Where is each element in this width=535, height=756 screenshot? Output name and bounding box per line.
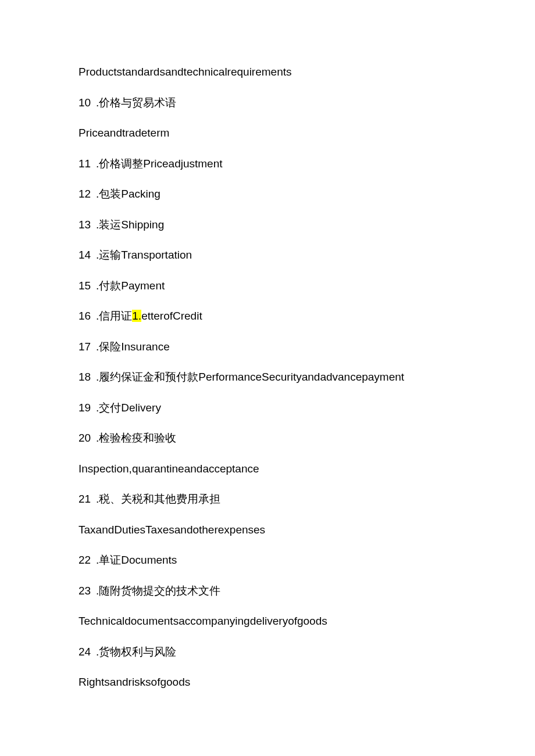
list-item: 10.价格与贸易术语	[79, 95, 456, 112]
list-item: 13.装运Shipping	[79, 217, 456, 234]
item-text: .装运Shipping	[96, 218, 164, 231]
item-text: .单证Documents	[96, 554, 177, 566]
item-number: 13	[79, 217, 96, 234]
item-text: .检验检疫和验收	[96, 432, 176, 444]
text-line: Technicaldocumentsaccompanyingdeliveryof…	[79, 613, 456, 630]
item-number: 10	[79, 95, 96, 112]
list-item: 23.随附货物提交的技术文件	[79, 583, 456, 600]
list-item: 18.履约保证金和预付款PerformanceSecurityandadvanc…	[79, 369, 456, 386]
item-text: .交付Delivery	[96, 402, 161, 414]
text-line: Rightsandrisksofgoods	[79, 674, 456, 691]
item-number: 19	[79, 400, 96, 417]
list-item: 20.检验检疫和验收	[79, 430, 456, 447]
item-text: .货物权利与风险	[96, 646, 176, 658]
item-text: .履约保证金和预付款PerformanceSecurityandadvancep…	[96, 371, 404, 383]
item-number: 23	[79, 583, 96, 600]
item-text: .价格与贸易术语	[96, 96, 176, 109]
item-text: .包装Packing	[96, 188, 160, 200]
list-item: 24.货物权利与风险	[79, 644, 456, 661]
item-number: 24	[79, 644, 96, 661]
item-text: .价格调整Priceadjustment	[96, 157, 223, 170]
item-text-post: etterofCredit	[141, 310, 202, 322]
item-number: 15	[79, 278, 96, 295]
item-number: 18	[79, 369, 96, 386]
list-item: 15.付款Payment	[79, 278, 456, 295]
item-number: 14	[79, 247, 96, 264]
list-item: 22.单证Documents	[79, 552, 456, 569]
text-line: TaxandDutiesTaxesandotherexpenses	[79, 522, 456, 539]
item-number: 21	[79, 491, 96, 508]
highlighted-text: 1.	[132, 310, 141, 322]
text-line: Inspection,quarantineandacceptance	[79, 461, 456, 478]
item-number: 12	[79, 186, 96, 203]
text-line: Priceandtradeterm	[79, 125, 456, 142]
item-text-pre: .信用证	[96, 310, 132, 322]
item-text: .运输Transportation	[96, 249, 192, 261]
item-text: .保险Insurance	[96, 341, 170, 353]
item-number: 22	[79, 552, 96, 569]
list-item: 14.运输Transportation	[79, 247, 456, 264]
list-item: 19.交付Delivery	[79, 400, 456, 417]
item-text: .随附货物提交的技术文件	[96, 585, 220, 597]
item-text: .付款Payment	[96, 280, 165, 292]
item-number: 20	[79, 430, 96, 447]
list-item: 21.税、关税和其他费用承担	[79, 491, 456, 508]
text-line: Productstandardsandtechnicalrequirements	[79, 64, 456, 81]
item-number: 17	[79, 339, 96, 356]
item-text: .税、关税和其他费用承担	[96, 493, 220, 505]
list-item: 11.价格调整Priceadjustment	[79, 156, 456, 173]
list-item: 16.信用证1.etterofCredit	[79, 308, 456, 325]
list-item: 17.保险Insurance	[79, 339, 456, 356]
item-number: 16	[79, 308, 96, 325]
list-item: 12.包装Packing	[79, 186, 456, 203]
item-number: 11	[79, 156, 96, 173]
